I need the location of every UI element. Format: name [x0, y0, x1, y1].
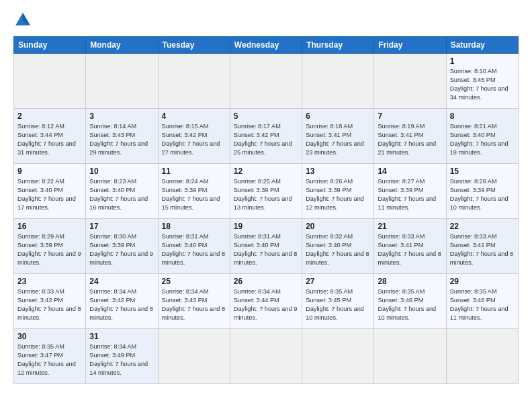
calendar-week-row: 1Sunrise: 8:10 AMSunset: 3:45 PMDaylight…	[14, 54, 519, 109]
calendar-cell	[230, 54, 302, 109]
day-info: Sunrise: 8:19 AMSunset: 3:41 PMDaylight:…	[378, 122, 442, 157]
day-info: Sunrise: 8:33 AMSunset: 3:42 PMDaylight:…	[17, 287, 82, 322]
calendar-cell: 2Sunrise: 8:12 AMSunset: 3:44 PMDaylight…	[14, 109, 86, 164]
day-info: Sunrise: 8:26 AMSunset: 3:39 PMDaylight:…	[306, 177, 370, 212]
calendar-cell: 5Sunrise: 8:17 AMSunset: 3:42 PMDaylight…	[230, 109, 302, 164]
day-info: Sunrise: 8:31 AMSunset: 3:40 PMDaylight:…	[162, 232, 226, 267]
day-info: Sunrise: 8:35 AMSunset: 3:46 PMDaylight:…	[378, 287, 442, 322]
day-number: 9	[17, 167, 82, 176]
calendar-cell	[158, 54, 230, 109]
calendar-cell: 20Sunrise: 8:32 AMSunset: 3:40 PMDayligh…	[302, 219, 374, 274]
day-info: Sunrise: 8:29 AMSunset: 3:39 PMDaylight:…	[17, 232, 82, 267]
day-info: Sunrise: 8:21 AMSunset: 3:40 PMDaylight:…	[450, 122, 515, 157]
day-number: 26	[234, 277, 298, 286]
day-info: Sunrise: 8:30 AMSunset: 3:39 PMDaylight:…	[89, 232, 154, 267]
day-info: Sunrise: 8:34 AMSunset: 3:42 PMDaylight:…	[89, 287, 154, 322]
day-number: 19	[234, 222, 298, 231]
day-info: Sunrise: 8:33 AMSunset: 3:41 PMDaylight:…	[450, 232, 515, 267]
calendar-cell: 21Sunrise: 8:33 AMSunset: 3:41 PMDayligh…	[374, 219, 446, 274]
weekday-header: Thursday	[302, 37, 374, 54]
day-info: Sunrise: 8:14 AMSunset: 3:43 PMDaylight:…	[89, 122, 154, 157]
calendar-cell: 10Sunrise: 8:23 AMSunset: 3:40 PMDayligh…	[86, 164, 158, 219]
day-info: Sunrise: 8:28 AMSunset: 3:39 PMDaylight:…	[450, 177, 515, 212]
day-info: Sunrise: 8:32 AMSunset: 3:40 PMDaylight:…	[306, 232, 370, 267]
day-number: 14	[378, 167, 442, 176]
day-number: 5	[234, 111, 298, 121]
day-number: 25	[162, 277, 226, 286]
calendar-cell: 6Sunrise: 8:18 AMSunset: 3:41 PMDaylight…	[302, 109, 374, 164]
calendar-week-row: 16Sunrise: 8:29 AMSunset: 3:39 PMDayligh…	[14, 219, 519, 274]
day-number: 30	[17, 332, 82, 341]
day-number: 11	[162, 167, 226, 176]
day-number: 15	[450, 167, 515, 176]
calendar-week-row: 2Sunrise: 8:12 AMSunset: 3:44 PMDaylight…	[14, 109, 519, 164]
day-number: 6	[306, 111, 370, 121]
day-info: Sunrise: 8:25 AMSunset: 3:39 PMDaylight:…	[234, 177, 298, 212]
calendar-week-row: 23Sunrise: 8:33 AMSunset: 3:42 PMDayligh…	[14, 274, 519, 329]
day-number: 17	[89, 222, 154, 231]
day-info: Sunrise: 8:31 AMSunset: 3:40 PMDaylight:…	[234, 232, 298, 267]
day-number: 22	[450, 222, 515, 231]
day-info: Sunrise: 8:35 AMSunset: 3:46 PMDaylight:…	[450, 287, 515, 322]
day-number: 12	[234, 167, 298, 176]
calendar-week-row: 9Sunrise: 8:22 AMSunset: 3:40 PMDaylight…	[14, 164, 519, 219]
calendar-cell: 1Sunrise: 8:10 AMSunset: 3:45 PMDaylight…	[446, 54, 518, 109]
calendar-cell: 4Sunrise: 8:15 AMSunset: 3:42 PMDaylight…	[158, 109, 230, 164]
calendar-table: SundayMondayTuesdayWednesdayThursdayFrid…	[13, 36, 519, 384]
calendar-cell: 22Sunrise: 8:33 AMSunset: 3:41 PMDayligh…	[446, 219, 518, 274]
calendar-cell: 23Sunrise: 8:33 AMSunset: 3:42 PMDayligh…	[14, 274, 86, 329]
day-info: Sunrise: 8:24 AMSunset: 3:39 PMDaylight:…	[162, 177, 226, 212]
calendar-cell: 8Sunrise: 8:21 AMSunset: 3:40 PMDaylight…	[446, 109, 518, 164]
weekday-header-row: SundayMondayTuesdayWednesdayThursdayFrid…	[14, 37, 519, 54]
day-number: 20	[306, 222, 370, 231]
day-number: 29	[450, 277, 515, 286]
weekday-header: Friday	[374, 37, 446, 54]
weekday-header: Monday	[86, 37, 158, 54]
logo-icon	[13, 11, 32, 30]
weekday-header: Sunday	[14, 37, 86, 54]
calendar-cell: 16Sunrise: 8:29 AMSunset: 3:39 PMDayligh…	[14, 219, 86, 274]
calendar-cell: 30Sunrise: 8:35 AMSunset: 3:47 PMDayligh…	[14, 329, 86, 384]
calendar-cell: 29Sunrise: 8:35 AMSunset: 3:46 PMDayligh…	[446, 274, 518, 329]
day-number: 10	[89, 167, 154, 176]
day-number: 31	[89, 332, 154, 341]
day-number: 4	[162, 111, 226, 121]
calendar-cell: 28Sunrise: 8:35 AMSunset: 3:46 PMDayligh…	[374, 274, 446, 329]
calendar-cell: 9Sunrise: 8:22 AMSunset: 3:40 PMDaylight…	[14, 164, 86, 219]
calendar-cell	[374, 329, 446, 384]
day-info: Sunrise: 8:34 AMSunset: 3:49 PMDaylight:…	[89, 342, 154, 377]
day-info: Sunrise: 8:10 AMSunset: 3:45 PMDaylight:…	[450, 67, 515, 102]
calendar-cell: 3Sunrise: 8:14 AMSunset: 3:43 PMDaylight…	[86, 109, 158, 164]
day-info: Sunrise: 8:35 AMSunset: 3:45 PMDaylight:…	[306, 287, 370, 322]
calendar-cell: 27Sunrise: 8:35 AMSunset: 3:45 PMDayligh…	[302, 274, 374, 329]
calendar-cell	[302, 54, 374, 109]
calendar-cell	[14, 54, 86, 109]
day-info: Sunrise: 8:15 AMSunset: 3:42 PMDaylight:…	[162, 122, 226, 157]
calendar-cell	[446, 329, 518, 384]
logo	[13, 11, 35, 30]
calendar-cell: 12Sunrise: 8:25 AMSunset: 3:39 PMDayligh…	[230, 164, 302, 219]
calendar-cell: 18Sunrise: 8:31 AMSunset: 3:40 PMDayligh…	[158, 219, 230, 274]
day-info: Sunrise: 8:12 AMSunset: 3:44 PMDaylight:…	[17, 122, 82, 157]
day-info: Sunrise: 8:34 AMSunset: 3:44 PMDaylight:…	[234, 287, 298, 322]
day-info: Sunrise: 8:23 AMSunset: 3:40 PMDaylight:…	[89, 177, 154, 212]
calendar-cell	[230, 329, 302, 384]
day-number: 1	[450, 56, 515, 66]
day-info: Sunrise: 8:34 AMSunset: 3:43 PMDaylight:…	[162, 287, 226, 322]
day-number: 13	[306, 167, 370, 176]
day-info: Sunrise: 8:35 AMSunset: 3:47 PMDaylight:…	[17, 342, 82, 377]
calendar-cell	[86, 54, 158, 109]
day-number: 27	[306, 277, 370, 286]
calendar-cell: 15Sunrise: 8:28 AMSunset: 3:39 PMDayligh…	[446, 164, 518, 219]
day-info: Sunrise: 8:27 AMSunset: 3:39 PMDaylight:…	[378, 177, 442, 212]
day-info: Sunrise: 8:33 AMSunset: 3:41 PMDaylight:…	[378, 232, 442, 267]
day-number: 23	[17, 277, 82, 286]
day-info: Sunrise: 8:17 AMSunset: 3:42 PMDaylight:…	[234, 122, 298, 157]
calendar-cell	[302, 329, 374, 384]
weekday-header: Tuesday	[158, 37, 230, 54]
calendar-cell: 7Sunrise: 8:19 AMSunset: 3:41 PMDaylight…	[374, 109, 446, 164]
day-info: Sunrise: 8:22 AMSunset: 3:40 PMDaylight:…	[17, 177, 82, 212]
calendar-cell: 11Sunrise: 8:24 AMSunset: 3:39 PMDayligh…	[158, 164, 230, 219]
day-number: 7	[378, 111, 442, 121]
weekday-header: Saturday	[446, 37, 518, 54]
